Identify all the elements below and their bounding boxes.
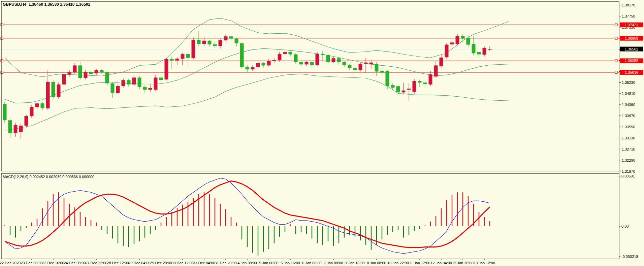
candle-body (272, 60, 276, 61)
macd-indicator-label: MACD(12,26,9) 0.002452 0.002039 0.000536… (3, 175, 94, 179)
time-tick-label: 8 Jan 08:00 (367, 261, 386, 265)
candle-body (418, 81, 422, 83)
candle-body (202, 41, 206, 44)
candle-body (8, 120, 12, 133)
candle-body (316, 54, 319, 65)
candle-body (466, 38, 470, 45)
candle-body (105, 72, 109, 84)
candle-body (283, 52, 287, 54)
candle-body (192, 40, 195, 58)
time-tick-label: 13 Jan 12:00 (474, 261, 495, 265)
candle-body (111, 84, 115, 93)
time-tick-label: 27 Dec 22:06 (85, 261, 107, 265)
candle-body (229, 36, 233, 38)
time-axis[interactable]: 22 Dec 202023 Dec 00:0023 Dec 16:0024 De… (0, 259, 495, 265)
candle-body (413, 81, 416, 92)
candle-body (14, 125, 18, 133)
candle-body (181, 54, 185, 59)
price-tick-label: 1.34390 (622, 103, 635, 107)
level-handle-left (1, 24, 3, 26)
candle-body (289, 52, 292, 54)
candle-body (52, 82, 55, 97)
candle-body (348, 65, 352, 68)
time-tick-label: 12 Jan 20:00 (452, 261, 474, 265)
macd-histogram[interactable] (5, 192, 490, 256)
time-tick-label: 30 Dec 12:00 (171, 261, 193, 265)
candle-body (62, 74, 66, 85)
candle-body (73, 65, 77, 72)
candle-body (299, 62, 303, 64)
candle-body (434, 65, 438, 76)
time-tick-label: 22 Dec 2020 (0, 261, 21, 265)
time-tick-label: 23 Dec 00:00 (21, 261, 42, 265)
bollinger-lower-band[interactable] (5, 74, 509, 130)
candle-body (41, 103, 44, 108)
candle-body (170, 59, 174, 61)
time-tick-label: 5 Jan 00:00 (259, 261, 279, 265)
candle-body (380, 71, 384, 73)
macd-tick-label: 0.00531 (621, 174, 635, 178)
candle-body (89, 72, 93, 74)
time-tick-label: 31 Dec 20:00 (215, 261, 236, 265)
price-tick-label: 1.31870 (622, 169, 635, 173)
candle-body (246, 67, 249, 69)
candle-body (310, 62, 314, 65)
price-axis[interactable]: 1.381701.377501.373301.369101.364901.360… (619, 3, 635, 173)
candle-body (488, 49, 492, 50)
macd-tick-label: -0.003218 (621, 255, 638, 259)
price-tick-label: 1.32290 (622, 158, 635, 162)
candle-body (364, 63, 368, 64)
candle-body (305, 62, 309, 64)
candle-body (423, 82, 427, 84)
price-tick-label: 1.37750 (622, 14, 635, 18)
candle-body (186, 54, 190, 58)
candle-body (332, 58, 335, 62)
price-tick-label: 1.32710 (622, 147, 635, 151)
price-badge-label: 1.36909 (625, 36, 638, 40)
main-panel-frame (1, 1, 619, 171)
candle-body (213, 44, 217, 46)
candle-body (116, 86, 120, 93)
candle-body (132, 77, 136, 84)
candle-body (122, 80, 125, 86)
candle-body (208, 41, 212, 44)
candle-body (35, 103, 39, 107)
candle-body (445, 45, 449, 58)
price-badge-label: 1.36058 (625, 59, 638, 63)
level-handle-right (615, 37, 617, 39)
candle-body (262, 63, 265, 65)
price-badge-label: 1.36502 (625, 47, 638, 51)
candle-body (294, 55, 298, 62)
candle-body (483, 48, 486, 55)
time-tick-label: 5 Jan 16:00 (281, 261, 300, 265)
time-tick-label: 4 Jan 08:00 (237, 261, 257, 265)
candle-body (159, 77, 163, 80)
candle-body (175, 59, 179, 61)
candle-body (149, 88, 152, 90)
level-handle-right (615, 60, 617, 62)
level-handle-left (1, 37, 3, 39)
time-tick-label: 10 Jan 22:00 (387, 261, 409, 265)
chart-canvas[interactable]: 1.381701.377501.373301.369101.364901.360… (0, 0, 644, 266)
level-handle-right (615, 71, 617, 74)
candle-body (143, 87, 147, 90)
candle-body (402, 91, 406, 93)
time-tick-label: 11 Jan 12:00 (409, 261, 430, 265)
macd-panel-frame (1, 173, 619, 259)
price-levels[interactable] (1, 24, 619, 73)
candle-body (440, 58, 443, 66)
candle-body (278, 54, 282, 60)
candle-body (369, 63, 373, 65)
candlesticks[interactable] (3, 31, 492, 139)
candle-body (154, 77, 158, 90)
time-tick-label: 6 Jan 08:00 (302, 261, 322, 265)
time-tick-label: 28 Dec 12:00 (107, 261, 129, 265)
time-tick-label: 7 Jan 00:00 (324, 261, 343, 265)
candle-body (68, 72, 71, 74)
candle-body (3, 104, 7, 121)
time-tick-label: 29 Dec 20:00 (150, 261, 172, 265)
candle-body (224, 36, 228, 40)
candle-body (267, 61, 271, 65)
macd-axis[interactable]: 0.005310.00-0.003218 (619, 174, 638, 259)
candle-body (84, 72, 88, 78)
